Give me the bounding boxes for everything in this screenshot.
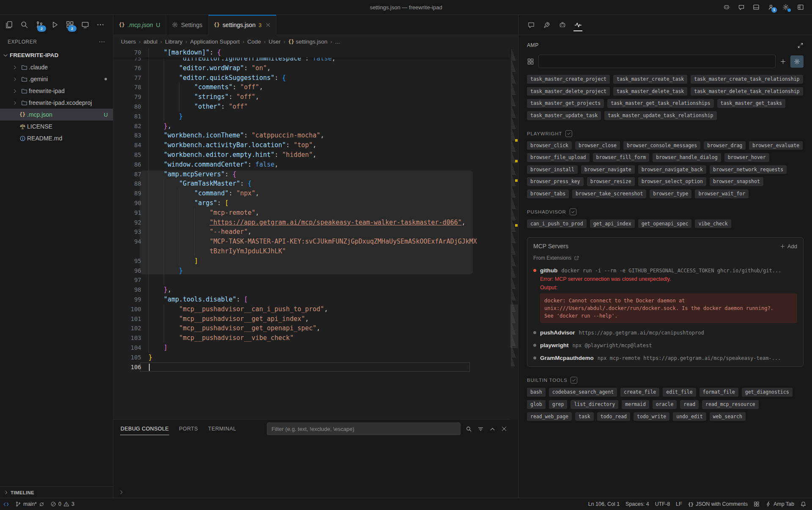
line-number[interactable]: 99 xyxy=(113,295,148,304)
tool-chip[interactable]: can_i_push_to_prod xyxy=(527,219,587,228)
line-number[interactable]: 86 xyxy=(113,160,148,170)
code-line[interactable]: 88"GramTaskMaster": { xyxy=(113,179,518,189)
explorer-item-freewrite-ipad[interactable]: freewrite-ipad xyxy=(0,85,113,97)
breadcrumb-item[interactable]: Code xyxy=(247,38,261,45)
code-line[interactable]: 94"MCP-TASK-MASTER-API-KEY:svCJUkmFUNZjG… xyxy=(113,237,518,247)
tool-chip[interactable]: task_master_get_tasks xyxy=(717,99,785,108)
robot-view-icon[interactable] xyxy=(556,17,569,33)
external-link-icon[interactable] xyxy=(574,255,579,261)
breadcrumb-item[interactable]: User xyxy=(269,38,281,45)
debug-console-input[interactable] xyxy=(118,489,124,496)
maximize-panel-icon[interactable] xyxy=(489,426,496,432)
mcp-server-row[interactable]: pushAdvisor https://app.getgram.ai/mcp/c… xyxy=(533,329,797,336)
tool-chip[interactable]: undo_edit xyxy=(673,412,706,421)
code-line[interactable]: 84"workbench.activityBar.location": "top… xyxy=(113,140,518,150)
line-number[interactable]: 95 xyxy=(113,256,148,266)
tool-chip[interactable]: browser_file_upload xyxy=(527,153,590,162)
tool-chip[interactable]: oracle xyxy=(653,400,677,409)
tool-chip[interactable]: read_mcp_resource xyxy=(702,400,759,409)
code-line[interactable]: 92"https://app.getgram.ai/mcp/speakeasy-… xyxy=(113,218,518,228)
cursor-position[interactable]: Ln 106, Col 1 xyxy=(585,498,623,510)
tool-chip[interactable]: bash xyxy=(527,388,546,397)
tool-chip[interactable]: browser_navigate_back xyxy=(638,165,706,174)
tab-settings[interactable]: Settings xyxy=(166,15,208,35)
breadcrumb-item[interactable]: abdul xyxy=(143,38,157,45)
tool-chip[interactable]: codebase_search_agent xyxy=(549,388,617,397)
code-line[interactable]: 86"window.commandCenter": false, xyxy=(113,160,518,170)
tab-mcp-json[interactable]: {} .mcp.json U xyxy=(113,15,166,35)
code-line[interactable]: 106 xyxy=(113,362,518,372)
activity-extensions-button[interactable]: 2 xyxy=(63,17,77,33)
code-line[interactable]: 105} xyxy=(113,353,518,362)
tab-ports[interactable]: PORTS xyxy=(178,423,198,435)
tool-chip[interactable]: task_master_update_task xyxy=(527,111,601,120)
line-number[interactable]: 81 xyxy=(113,112,148,121)
breadcrumb-item[interactable]: Library xyxy=(165,38,182,45)
tool-chip[interactable]: list_directory xyxy=(571,400,618,409)
code-editor[interactable]: 75"diffEditor.ignoreTrimWhitespace": fal… xyxy=(113,48,518,420)
layout-custom-button[interactable] xyxy=(795,2,806,13)
checkbox-icon[interactable] xyxy=(570,208,576,215)
code-line[interactable]: 102"mcp__pushadvisor__get_openapi_spec", xyxy=(113,324,518,333)
tool-chip[interactable]: todo_read xyxy=(597,412,630,421)
code-line[interactable]: 104] xyxy=(113,343,518,353)
tool-chip[interactable]: task_master_get_task_relationships xyxy=(607,99,713,108)
line-number[interactable]: 94 xyxy=(113,237,148,247)
tool-chip[interactable]: get_api_index xyxy=(590,219,635,228)
line-number[interactable]: 90 xyxy=(113,198,148,208)
tool-chip[interactable]: format_file xyxy=(700,388,738,397)
indentation-setting[interactable]: Spaces: 4 xyxy=(623,498,652,510)
tab-settings-json[interactable]: {} settings.json 3 xyxy=(208,15,277,35)
line-number[interactable]: 106 xyxy=(113,362,148,372)
mcp-server-row[interactable]: playwright npx @playwright/mcp@latest xyxy=(533,342,797,348)
code-line[interactable]: 96} xyxy=(113,266,518,276)
line-number[interactable]: 102 xyxy=(113,324,148,333)
line-number[interactable]: 85 xyxy=(113,150,148,160)
account-button[interactable]: 1 xyxy=(765,2,776,13)
close-panel-icon[interactable] xyxy=(501,426,507,432)
timeline-section[interactable]: TIMELINE xyxy=(0,486,113,498)
line-number[interactable]: 98 xyxy=(113,285,148,295)
tool-chip[interactable]: read_web_page xyxy=(527,412,572,421)
line-number[interactable]: 89 xyxy=(113,189,148,198)
project-root-row[interactable]: FREEWRITE-IPAD xyxy=(0,49,113,61)
tool-chip[interactable]: browser_drag xyxy=(704,141,746,150)
tool-chip[interactable]: task_master_create_task xyxy=(613,75,687,84)
tool-chip[interactable]: task_master_delete_project xyxy=(527,87,610,96)
line-number[interactable]: 92 xyxy=(113,218,148,228)
line-number[interactable]: 96 xyxy=(113,266,148,276)
code-line[interactable]: 78"comments": "off", xyxy=(113,82,518,92)
code-line[interactable]: 76"editor.wordWrap": "on", xyxy=(113,63,518,73)
notifications-bell[interactable] xyxy=(797,498,809,510)
line-number[interactable]: 88 xyxy=(113,179,148,189)
close-icon[interactable] xyxy=(266,22,271,27)
amp-message-input[interactable] xyxy=(538,55,776,68)
line-number[interactable]: 83 xyxy=(113,131,148,140)
line-number[interactable]: 97 xyxy=(113,275,148,285)
grid-icon[interactable] xyxy=(527,58,534,65)
tool-chip[interactable]: todo_write xyxy=(634,412,669,421)
add-server-button[interactable]: Add xyxy=(780,243,797,250)
tool-chip[interactable]: browser_hover xyxy=(724,153,769,162)
filter-input[interactable] xyxy=(267,422,461,435)
activity-remote-explorer-button[interactable] xyxy=(78,17,93,33)
tool-chip[interactable]: edit_file xyxy=(663,388,696,397)
activity-source-control-button[interactable]: 2 xyxy=(32,17,47,33)
activity-explorer-button[interactable] xyxy=(2,17,16,33)
tool-chip[interactable]: browser_snapshot xyxy=(710,177,763,186)
tool-chip[interactable]: vibe_check xyxy=(695,219,731,228)
checkbox-icon[interactable] xyxy=(571,377,577,384)
tool-chip[interactable]: browser_evaluate xyxy=(749,141,803,150)
tool-chip[interactable]: task_master_delete_task_relationship xyxy=(691,87,803,96)
code-line[interactable]: 93"--header", xyxy=(113,227,518,237)
list-icon[interactable] xyxy=(477,426,484,432)
breadcrumb-item[interactable]: Application Support xyxy=(190,38,240,45)
tool-chip[interactable]: task xyxy=(575,412,594,421)
branch-indicator[interactable]: main* xyxy=(12,498,47,510)
line-number[interactable]: 80 xyxy=(113,102,148,112)
explorer-item-gemini[interactable]: .gemini xyxy=(0,73,113,85)
breadcrumb-item[interactable]: {}settings.json xyxy=(288,38,327,45)
code-line[interactable]: 91"mcp-remote", xyxy=(113,208,518,218)
mcp-server-row[interactable]: github docker run -i --rm -e GITHUB_PERS… xyxy=(533,267,797,274)
line-number[interactable]: 100 xyxy=(113,304,148,314)
